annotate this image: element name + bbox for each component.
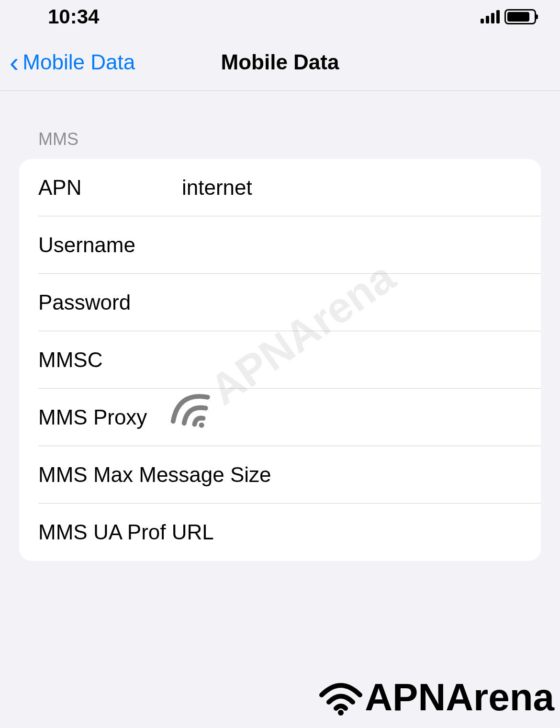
label-mms-proxy: MMS Proxy — [38, 405, 182, 429]
input-apn[interactable] — [182, 176, 541, 200]
row-password[interactable]: Password — [19, 274, 541, 331]
status-bar: 10:34 — [0, 0, 560, 34]
input-mmsc[interactable] — [182, 348, 541, 372]
chevron-left-icon: ‹ — [10, 48, 19, 76]
content-area: MMS APN Username Password MMSC MMS Proxy… — [0, 91, 560, 561]
input-username[interactable] — [182, 233, 541, 257]
wifi-icon — [317, 678, 365, 717]
row-mmsc[interactable]: MMSC — [19, 331, 541, 389]
watermark-logo-text: APNArena — [365, 675, 554, 719]
svg-point-1 — [338, 710, 344, 716]
watermark-logo: APNArena — [317, 675, 554, 719]
page-title: Mobile Data — [221, 50, 339, 74]
status-icons — [481, 9, 536, 24]
row-apn[interactable]: APN — [19, 159, 541, 216]
row-mms-ua-prof[interactable]: MMS UA Prof URL — [19, 504, 541, 561]
navigation-bar: ‹ Mobile Data Mobile Data — [0, 34, 560, 91]
battery-icon — [504, 9, 536, 24]
label-username: Username — [38, 233, 182, 257]
row-username[interactable]: Username — [19, 216, 541, 274]
cellular-signal-icon — [481, 10, 500, 23]
label-mms-max-size: MMS Max Message Size — [38, 463, 271, 487]
input-mms-proxy[interactable] — [182, 405, 541, 429]
section-header-mms: MMS — [19, 129, 541, 159]
settings-group-mms: APN Username Password MMSC MMS Proxy MMS… — [19, 159, 541, 561]
back-button-label: Mobile Data — [22, 50, 135, 74]
row-mms-proxy[interactable]: MMS Proxy — [19, 389, 541, 446]
back-button[interactable]: ‹ Mobile Data — [10, 48, 135, 76]
row-mms-max-size[interactable]: MMS Max Message Size — [19, 446, 541, 504]
input-password[interactable] — [182, 291, 541, 314]
label-password: Password — [38, 291, 182, 314]
label-mmsc: MMSC — [38, 348, 182, 372]
label-apn: APN — [38, 176, 182, 200]
status-time: 10:34 — [48, 5, 99, 28]
label-mms-ua-prof: MMS UA Prof URL — [38, 520, 214, 544]
